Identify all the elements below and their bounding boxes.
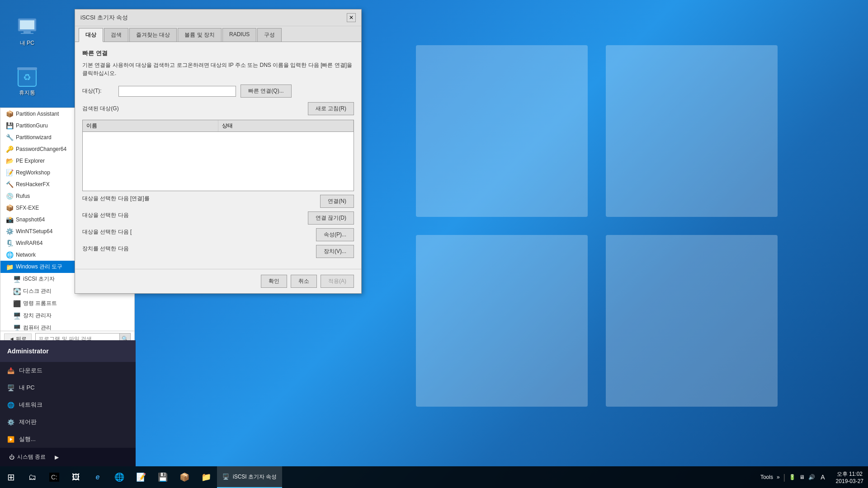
taskbar-active-app[interactable]: 🖥️ iSCSI 초기자 속성 (217, 466, 282, 488)
taskbar-item-ie[interactable]: e (87, 466, 108, 488)
svg-text:♻: ♻ (23, 72, 31, 82)
tab-volumes[interactable]: 볼륨 및 장치 (178, 28, 222, 42)
quick-connect-button[interactable]: 빠른 연결(Q)... (241, 84, 292, 98)
lang-indicator[interactable]: A (819, 474, 826, 481)
dialog-actions-2: 대상을 선택한 다음 연결 끊기(D) (82, 211, 354, 225)
battery-icon: 🔋 (789, 474, 796, 480)
ie-icon: e (96, 473, 100, 481)
download-icon: 📥 (7, 367, 14, 374)
svg-rect-9 (17, 67, 37, 70)
clock-date: 2019-03-27 (836, 478, 863, 484)
panel-item-icon-windows-tools: 📁 (6, 263, 13, 271)
refresh-button[interactable]: 새로 고침(R) (308, 102, 354, 115)
system-tray: Tools » | 🔋 🖥 🔊 A (756, 466, 831, 488)
panel-item-label-snapshot64: Snapshot64 (16, 216, 45, 223)
panel-item-icon-partition-guru: 💾 (6, 122, 13, 129)
dialog-close-button[interactable]: ✕ (347, 13, 356, 22)
taskbar-item-photo[interactable]: 🖼 (65, 466, 87, 488)
disconnect-button[interactable]: 연결 끊기(D) (308, 211, 354, 225)
start-menu-bottom: ⏻ 시스템 종료 ▶ (0, 448, 136, 466)
start-menu-item-download[interactable]: 📥 다운로드 (0, 362, 136, 379)
svg-rect-3 (606, 235, 778, 407)
taskbar-item-network[interactable]: 🌐 (108, 466, 130, 488)
tab-target[interactable]: 대상 (79, 28, 103, 42)
start-menu-item-network[interactable]: 🌐 네트워크 (0, 396, 136, 413)
panel-item-label-rufus: Rufus (16, 193, 30, 199)
connect-button[interactable]: 연결(N) (320, 195, 354, 208)
folder-icon: 📁 (201, 472, 211, 482)
my-pc-label: 내 PC (20, 39, 34, 47)
svg-rect-2 (416, 235, 588, 407)
dialog-content: 빠른 연결 기본 연결을 사용하여 대상을 검색하고 로그온하려면 대상의 IP… (75, 42, 361, 269)
shutdown-button[interactable]: ⏻ 시스템 종료 (4, 450, 51, 465)
targets-table: 이름 상태 (82, 120, 354, 191)
tab-discovery[interactable]: 검색 (104, 28, 128, 42)
panel-item-icon-winnt-setup: ⚙️ (6, 228, 13, 235)
tab-config[interactable]: 구성 (257, 28, 282, 42)
network-menu-icon: 🌐 (7, 402, 14, 408)
discovered-targets-label: 검색된 대상(G) (82, 105, 119, 113)
panel-item-label-partition-wizard: Partitionwizard (16, 134, 52, 141)
panel-item-label-pe-explorer: PE Explorer (16, 158, 45, 164)
desktop-icon-recycle[interactable]: ♻ 휴지통 (9, 63, 45, 99)
panel-item-icon-computer-mgmt: 🖥️ (13, 324, 20, 331)
taskbar-clock[interactable]: 오후 11:02 2019-03-27 (831, 466, 868, 488)
taskbar-item-explorer[interactable]: 🗂 (22, 466, 43, 488)
apply-button[interactable]: 적용(A) (321, 275, 354, 288)
panel-item-cmd[interactable]: ⬛명령 프롬프트 (0, 297, 134, 310)
panel-item-device-mgr[interactable]: 🖥️장치 관리자 (0, 310, 134, 322)
panel-item-icon-partition-assistant: 📦 (6, 110, 13, 117)
svg-rect-7 (21, 33, 33, 34)
tab-favorites[interactable]: 즐겨찾는 대상 (129, 28, 177, 42)
taskbar-item-folder[interactable]: 📁 (195, 466, 217, 488)
control-panel-icon: ⚙️ (7, 419, 14, 426)
taskbar-item-winnt[interactable]: 💾 (152, 466, 174, 488)
taskbar: ⊞ 🗂 C: 🖼 e 🌐 📝 💾 (0, 466, 868, 488)
devices-button[interactable]: 장치(V)... (316, 245, 354, 258)
clock-time: 오후 11:02 (837, 470, 863, 478)
panel-item-icon-res-hacker: 🔨 (6, 181, 13, 188)
tab-radius[interactable]: RADIUS (222, 28, 256, 42)
table-header: 이름 상태 (83, 120, 354, 132)
network-icon: 🌐 (114, 472, 124, 482)
my-pc-menu-icon: 🖥️ (7, 385, 14, 391)
dialog-actions-3: 대상을 선택한 다음 [ 속성(P)... (82, 228, 354, 241)
dialog-titlebar: iSCSI 초기자 속성 ✕ (75, 9, 361, 26)
desktop: 내 PC ♻ 휴지통 iSCSI 초기자 속성 ✕ 대상 검색 즐겨찾는 대상 … (0, 0, 868, 488)
ok-button[interactable]: 확인 (261, 275, 287, 288)
start-button[interactable]: ⊞ (0, 466, 22, 488)
start-menu-item-my-pc[interactable]: 🖥️ 내 PC (0, 379, 136, 396)
target-input[interactable] (118, 86, 236, 97)
panel-item-label-windows-tools: Windows 관리 도구 (16, 263, 62, 271)
recycle-label: 휴지통 (19, 89, 35, 97)
col-name: 이름 (83, 120, 218, 131)
start-menu-item-control[interactable]: ⚙️ 제어판 (0, 413, 136, 431)
run-icon: ▶️ (7, 436, 14, 443)
panel-item-icon-reg-workshop: 📝 (6, 169, 13, 176)
taskbar-item-archive[interactable]: 📦 (174, 466, 195, 488)
panel-item-computer-mgmt[interactable]: 🖥️컴퓨터 관리 (0, 322, 134, 331)
shutdown-icon: ⏻ (9, 454, 14, 460)
taskbar-item-cmd[interactable]: C: (43, 466, 65, 488)
panel-item-label-disk-mgmt: 디스크 관리 (23, 287, 52, 295)
dialog-title: iSCSI 초기자 속성 (80, 14, 128, 22)
table-body[interactable] (83, 132, 354, 191)
panel-item-label-password-changer: PasswordChanger64 (16, 146, 66, 152)
properties-button[interactable]: 속성(P)... (316, 228, 354, 241)
action-devices-desc: 장치를 선택한 다음 (82, 245, 313, 258)
cancel-button[interactable]: 취소 (291, 275, 317, 288)
col-status: 상태 (218, 120, 354, 131)
start-menu-item-run[interactable]: ▶️ 실행... (0, 431, 136, 448)
expand-icon[interactable]: » (777, 474, 780, 480)
shutdown-label: 시스템 종료 (17, 453, 46, 461)
winnt-icon: 💾 (158, 472, 168, 482)
svg-rect-6 (24, 31, 31, 33)
windows-logo-bg (416, 45, 778, 407)
panel-item-icon-cmd: ⬛ (13, 300, 20, 307)
taskbar-item-registry[interactable]: 📝 (130, 466, 152, 488)
panel-item-label-res-hacker: ResHackerFX (16, 181, 50, 188)
explorer-icon: 🗂 (28, 473, 37, 482)
desktop-icon-my-pc[interactable]: 내 PC (9, 14, 45, 49)
panel-item-label-winnt-setup: WinNTSetup64 (16, 228, 52, 235)
svg-rect-5 (20, 20, 34, 29)
